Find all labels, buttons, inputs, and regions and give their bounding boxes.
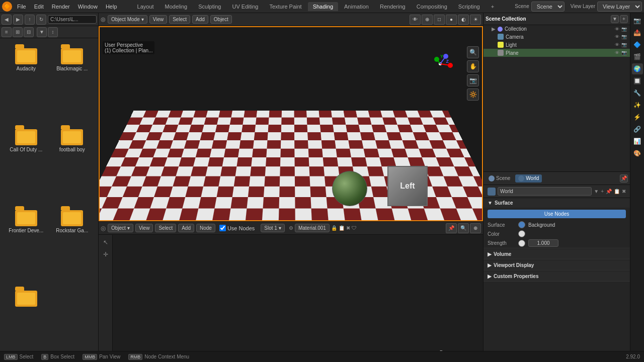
file-item-cod[interactable]: Call Of Duty ... (4, 123, 48, 202)
props-icon-modifier[interactable]: 🔧 (632, 87, 643, 99)
file-item-frontier[interactable]: Frontier Deve... (4, 204, 48, 283)
world-new-btn[interactable]: + (601, 189, 604, 194)
props-icon-physics[interactable]: ⚡ (632, 112, 643, 123)
view-layer-selector[interactable]: View Layer (597, 2, 642, 12)
tab-scripting[interactable]: Scripting (453, 2, 485, 11)
props-icon-constraints[interactable]: 🔗 (632, 124, 643, 135)
tab-sculpting[interactable]: Sculpting (193, 2, 226, 11)
props-icon-object[interactable]: 🔲 (632, 75, 643, 86)
viewport-display-header[interactable]: ▶ Viewport Display (484, 260, 630, 270)
file-item-rockstar[interactable]: Rockstar Ga... (50, 204, 95, 283)
world-pin-btn[interactable]: 📌 (620, 174, 628, 183)
sidebar-sort-btn[interactable]: ↕ (48, 27, 58, 37)
mode-selector[interactable]: Object Mode ▾ (108, 15, 147, 24)
props-icon-scene[interactable]: 🎬 (632, 51, 643, 62)
tab-animation[interactable]: Animation (339, 2, 374, 11)
sc-filter-btn[interactable]: ▼ (611, 15, 619, 23)
viewport-pan-btn[interactable]: ✋ (467, 60, 479, 72)
world-name-selector[interactable]: World (498, 187, 592, 196)
sidebar-forward-btn[interactable]: ▶ (13, 15, 23, 25)
menu-render[interactable]: Render (49, 3, 73, 11)
menu-edit[interactable]: Edit (31, 3, 47, 11)
file-item-blackmagic[interactable]: Blackmagic ... (50, 42, 95, 121)
props-icon-render[interactable]: 📷 (632, 15, 643, 26)
sc-item-camera[interactable]: Camera 👁 📷 (484, 33, 630, 41)
sidebar-filter-btn[interactable]: ▼ (37, 27, 47, 37)
scene-selector[interactable]: Scene (531, 2, 565, 12)
viewport-overlay-toggle[interactable]: 👁 (410, 15, 421, 25)
tab-add[interactable]: + (486, 2, 499, 11)
sc-plane-vis[interactable]: 👁 (615, 50, 619, 55)
node-canvas[interactable]: Texture Coordinate Generated Normal (113, 235, 483, 362)
material-name-btn[interactable]: Material.001 (295, 224, 330, 232)
tab-compositing[interactable]: Compositing (412, 2, 452, 11)
props-icon-material[interactable]: 🎨 (632, 148, 643, 159)
sidebar-back-btn[interactable]: ◀ (2, 15, 12, 25)
node-zoom-btn[interactable]: 🔍 (458, 223, 469, 233)
sc-plane-render[interactable]: 📷 (621, 50, 627, 55)
menu-help[interactable]: Help (103, 3, 120, 11)
viewport-shading-render[interactable]: ☀ (470, 15, 481, 25)
use-nodes-btn[interactable]: Use Nodes (488, 210, 626, 218)
tab-modeling[interactable]: Modeling (160, 2, 193, 11)
tab-world-props[interactable]: World (515, 174, 542, 183)
custom-props-header[interactable]: ▶ Custom Properties (484, 272, 630, 281)
file-item-football[interactable]: football boy (50, 123, 95, 202)
menu-file[interactable]: File (14, 3, 29, 11)
viewport-shading-solid[interactable]: ● (446, 15, 457, 25)
sc-item-collection[interactable]: ▶ Collection 👁 📷 (484, 25, 630, 33)
tab-scene-props[interactable]: Scene (486, 174, 513, 183)
world-pin-btn2[interactable]: 📌 (606, 189, 612, 194)
viewport-add-btn[interactable]: Add (192, 15, 208, 24)
viewport-shading-material[interactable]: ◐ (458, 15, 469, 25)
props-icon-output[interactable]: 📤 (632, 27, 643, 38)
viewport-gizmo-toggle[interactable]: ⊕ (422, 15, 433, 25)
sc-collection-render[interactable]: 📷 (621, 27, 627, 32)
volume-section-header[interactable]: ▶ Volume (484, 249, 630, 259)
viewport-select-btn[interactable]: Select (169, 15, 190, 24)
tab-layout[interactable]: Layout (132, 2, 159, 11)
world-browse-btn[interactable]: ▼ (594, 189, 599, 194)
props-icon-particles[interactable]: ✨ (632, 100, 643, 111)
node-tool-select[interactable]: ↖ (100, 237, 111, 248)
node-pin-btn[interactable]: 📌 (446, 223, 457, 233)
node-mode-selector[interactable]: Object ▾ (108, 224, 133, 232)
file-item-extra[interactable] (4, 285, 48, 358)
props-icon-data[interactable]: 📊 (632, 136, 643, 147)
world-unlink-btn[interactable]: ✖ (622, 189, 626, 194)
viewport-shading-wire[interactable]: □ (434, 15, 445, 25)
tab-texture-paint[interactable]: Texture Paint (264, 2, 306, 11)
surface-section-header[interactable]: ▼ Surface (484, 198, 630, 208)
menu-window[interactable]: Window (75, 3, 101, 11)
props-icon-view-layer[interactable]: 🔷 (632, 39, 643, 50)
viewport-view-btn[interactable]: View (149, 15, 168, 24)
file-item-audacity[interactable]: Audacity (4, 42, 48, 121)
sc-item-light[interactable]: Light 👁 📷 (484, 41, 630, 49)
color-swatch[interactable] (518, 230, 525, 237)
node-add-btn[interactable]: Add (178, 224, 194, 232)
sidebar-list-view-btn[interactable]: ≡ (2, 27, 12, 37)
sc-camera-vis[interactable]: 👁 (615, 34, 619, 39)
viewport-3d[interactable]: User Perspective (1) Collection | Plan..… (99, 26, 483, 221)
sidebar-refresh-btn[interactable]: ↻ (36, 15, 46, 25)
viewport-gizmo[interactable]: X Y Z (428, 51, 453, 76)
use-nodes-checkbox[interactable] (219, 225, 226, 231)
sc-add-btn[interactable]: + (620, 15, 628, 23)
tab-rendering[interactable]: Rendering (375, 2, 411, 11)
sc-item-plane[interactable]: Plane 👁 📷 (484, 49, 630, 57)
tab-shading[interactable]: Shading (308, 2, 338, 11)
strength-value[interactable]: 1.000 (528, 239, 558, 247)
node-overlay-btn[interactable]: ⊕ (470, 223, 481, 233)
sc-camera-render[interactable]: 📷 (621, 34, 627, 39)
node-node-btn[interactable]: Node (196, 224, 215, 232)
slot-selector[interactable]: Slot 1 ▾ (261, 224, 285, 232)
sc-light-vis[interactable]: 👁 (615, 42, 619, 47)
tab-uv-editing[interactable]: UV Editing (227, 2, 263, 11)
sidebar-up-btn[interactable]: ↑ (25, 15, 35, 25)
viewport-object-btn[interactable]: Object (210, 15, 232, 24)
viewport-zoom-btn[interactable]: 🔍 (467, 46, 479, 58)
viewport-render-btn[interactable]: 🔆 (467, 88, 479, 101)
node-tool-crosshair[interactable]: ✛ (100, 249, 111, 260)
sc-light-render[interactable]: 📷 (621, 42, 627, 47)
props-icon-world[interactable]: 🌍 (632, 63, 643, 74)
